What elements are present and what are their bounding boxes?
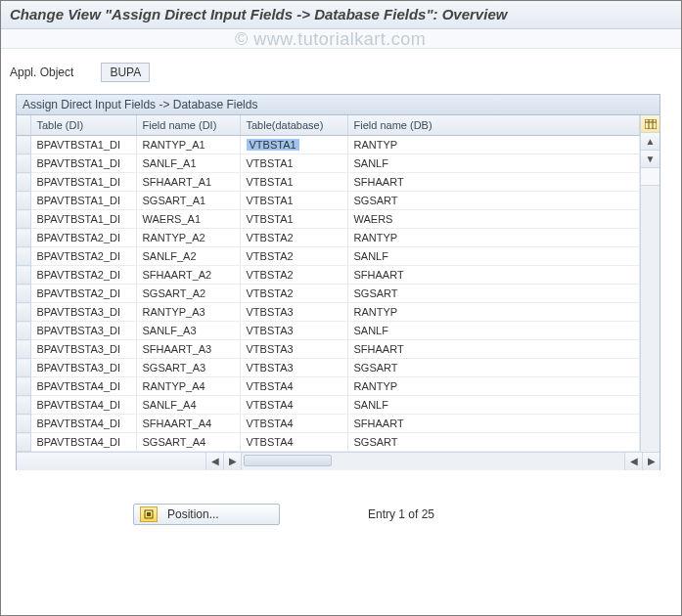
cell[interactable]: RANTYP <box>347 136 640 154</box>
table-row[interactable]: BPAVTBSTA1_DIRANTYP_A1VTBSTA1RANTYP <box>17 136 640 154</box>
cell[interactable]: SGSART <box>347 192 640 210</box>
row-selector[interactable] <box>17 247 30 266</box>
cell[interactable]: VTBSTA2 <box>240 285 347 303</box>
cell[interactable]: SFHAART_A2 <box>136 266 240 285</box>
cell[interactable]: VTBSTA2 <box>240 247 347 266</box>
table-row[interactable]: BPAVTBSTA3_DISANLF_A3VTBSTA3SANLF <box>17 322 640 340</box>
hscroll-right2-icon[interactable]: ▶ <box>642 453 659 470</box>
col-table-di[interactable]: Table (DI) <box>30 115 136 136</box>
table-row[interactable]: BPAVTBSTA1_DISGSART_A1VTBSTA1SGSART <box>17 192 640 210</box>
cell[interactable]: VTBSTA1 <box>240 210 347 229</box>
table-row[interactable]: BPAVTBSTA3_DIRANTYP_A3VTBSTA3RANTYP <box>17 303 640 322</box>
cell[interactable]: VTBSTA4 <box>240 396 347 415</box>
cell[interactable]: RANTYP <box>347 303 640 322</box>
position-button[interactable]: Position... <box>133 504 280 525</box>
cell[interactable]: SFHAART <box>347 415 640 433</box>
cell[interactable]: BPAVTBSTA1_DI <box>30 136 136 154</box>
hscroll-left2-icon[interactable]: ◀ <box>624 453 642 470</box>
row-selector[interactable] <box>17 303 30 322</box>
cell[interactable]: SFHAART_A3 <box>136 340 240 359</box>
row-selector[interactable] <box>17 136 30 154</box>
cell[interactable]: BPAVTBSTA2_DI <box>30 229 136 247</box>
table-row[interactable]: BPAVTBSTA4_DISGSART_A4VTBSTA4SGSART <box>17 433 640 452</box>
cell[interactable]: SFHAART <box>347 173 640 192</box>
cell[interactable]: SANLF <box>347 322 640 340</box>
row-selector[interactable] <box>17 266 30 285</box>
cell[interactable]: WAERS <box>347 210 640 229</box>
table-row[interactable]: BPAVTBSTA3_DISFHAART_A3VTBSTA3SFHAART <box>17 340 640 359</box>
cell[interactable]: SGSART_A2 <box>136 285 240 303</box>
cell[interactable]: BPAVTBSTA4_DI <box>30 415 136 433</box>
cell[interactable]: SANLF_A4 <box>136 396 240 415</box>
table-row[interactable]: BPAVTBSTA2_DISFHAART_A2VTBSTA2SFHAART <box>17 266 640 285</box>
cell[interactable]: SFHAART <box>347 266 640 285</box>
cell[interactable]: VTBSTA3 <box>240 303 347 322</box>
cell[interactable]: VTBSTA2 <box>240 266 347 285</box>
cell[interactable]: BPAVTBSTA1_DI <box>30 210 136 229</box>
cell[interactable]: BPAVTBSTA1_DI <box>30 173 136 192</box>
cell[interactable]: RANTYP_A4 <box>136 377 240 396</box>
row-selector[interactable] <box>17 340 30 359</box>
row-selector[interactable] <box>17 415 30 433</box>
cell[interactable]: SGSART_A3 <box>136 359 240 377</box>
hscroll-left-icon[interactable]: ◀ <box>206 453 224 470</box>
cell[interactable]: VTBSTA3 <box>240 340 347 359</box>
row-selector-header[interactable] <box>17 115 30 136</box>
table-row[interactable]: BPAVTBSTA4_DISFHAART_A4VTBSTA4SFHAART <box>17 415 640 433</box>
cell[interactable]: VTBSTA1 <box>240 154 347 173</box>
scroll-down-icon[interactable]: ▼ <box>641 151 659 168</box>
cell[interactable]: SGSART <box>347 433 640 452</box>
cell[interactable]: BPAVTBSTA3_DI <box>30 322 136 340</box>
table-row[interactable]: BPAVTBSTA1_DISANLF_A1VTBSTA1SANLF <box>17 154 640 173</box>
row-selector[interactable] <box>17 433 30 452</box>
cell[interactable]: BPAVTBSTA3_DI <box>30 359 136 377</box>
table-row[interactable]: BPAVTBSTA1_DISFHAART_A1VTBSTA1SFHAART <box>17 173 640 192</box>
cell[interactable]: BPAVTBSTA4_DI <box>30 433 136 452</box>
cell[interactable]: BPAVTBSTA2_DI <box>30 247 136 266</box>
cell[interactable]: RANTYP <box>347 229 640 247</box>
cell[interactable]: VTBSTA4 <box>240 433 347 452</box>
cell[interactable]: RANTYP_A3 <box>136 303 240 322</box>
cell[interactable]: SFHAART <box>347 340 640 359</box>
row-selector[interactable] <box>17 377 30 396</box>
hscroll-track[interactable] <box>242 453 624 470</box>
row-selector[interactable] <box>17 229 30 247</box>
row-selector[interactable] <box>17 359 30 377</box>
cell[interactable]: SFHAART_A4 <box>136 415 240 433</box>
table-row[interactable]: BPAVTBSTA4_DIRANTYP_A4VTBSTA4RANTYP <box>17 377 640 396</box>
table-row[interactable]: BPAVTBSTA2_DIRANTYP_A2VTBSTA2RANTYP <box>17 229 640 247</box>
cell[interactable]: BPAVTBSTA1_DI <box>30 154 136 173</box>
table-row[interactable]: BPAVTBSTA2_DISANLF_A2VTBSTA2SANLF <box>17 247 640 266</box>
cell[interactable]: BPAVTBSTA3_DI <box>30 303 136 322</box>
col-table-db[interactable]: Table(database) <box>240 115 347 136</box>
vscroll-track[interactable] <box>641 186 659 452</box>
cell[interactable]: BPAVTBSTA2_DI <box>30 285 136 303</box>
cell[interactable]: VTBSTA1 <box>240 192 347 210</box>
table-row[interactable]: BPAVTBSTA4_DISANLF_A4VTBSTA4SANLF <box>17 396 640 415</box>
cell[interactable]: BPAVTBSTA4_DI <box>30 396 136 415</box>
table-row[interactable]: BPAVTBSTA3_DISGSART_A3VTBSTA3SGSART <box>17 359 640 377</box>
cell[interactable]: RANTYP <box>347 377 640 396</box>
cell[interactable]: WAERS_A1 <box>136 210 240 229</box>
row-selector[interactable] <box>17 192 30 210</box>
cell[interactable]: SFHAART_A1 <box>136 173 240 192</box>
table-row[interactable]: BPAVTBSTA1_DIWAERS_A1VTBSTA1WAERS <box>17 210 640 229</box>
table-settings-icon[interactable] <box>641 115 659 133</box>
cell[interactable]: VTBSTA3 <box>240 322 347 340</box>
row-selector[interactable] <box>17 396 30 415</box>
hscroll-right-icon[interactable]: ▶ <box>224 453 242 470</box>
vertical-scrollbar[interactable]: ▲ ▼ <box>640 115 659 452</box>
col-field-di[interactable]: Field name (DI) <box>136 115 240 136</box>
cell[interactable]: SANLF_A2 <box>136 247 240 266</box>
cell[interactable]: BPAVTBSTA2_DI <box>30 266 136 285</box>
cell[interactable]: VTBSTA1 <box>240 173 347 192</box>
scroll-up-icon[interactable]: ▲ <box>641 133 659 151</box>
cell[interactable]: RANTYP_A2 <box>136 229 240 247</box>
row-selector[interactable] <box>17 210 30 229</box>
cell[interactable]: SGSART_A4 <box>136 433 240 452</box>
cell[interactable]: SGSART_A1 <box>136 192 240 210</box>
cell[interactable]: SANLF <box>347 247 640 266</box>
table-row[interactable]: BPAVTBSTA2_DISGSART_A2VTBSTA2SGSART <box>17 285 640 303</box>
cell[interactable]: SGSART <box>347 359 640 377</box>
cell[interactable]: VTBSTA2 <box>240 229 347 247</box>
